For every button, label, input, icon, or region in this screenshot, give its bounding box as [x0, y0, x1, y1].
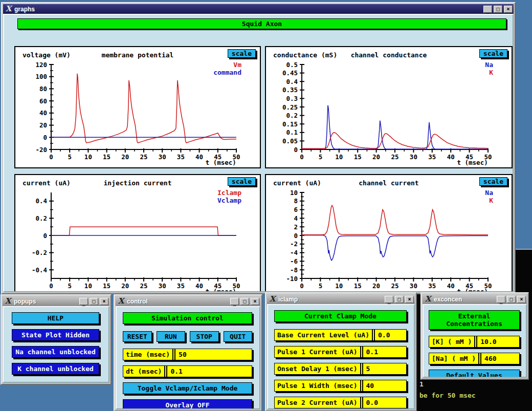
- svg-text:4: 4: [294, 214, 298, 222]
- terminal-line: be for 50 msec: [419, 392, 476, 399]
- svg-text:25: 25: [140, 153, 147, 161]
- legend-entry: Vm: [213, 61, 241, 69]
- run-button[interactable]: RUN: [157, 331, 186, 342]
- svg-text:0.15: 0.15: [282, 120, 298, 128]
- svg-text:40: 40: [447, 282, 455, 290]
- svg-text:0: 0: [294, 232, 298, 240]
- dt-field-value[interactable]: 0.1: [166, 366, 252, 377]
- minimize-icon[interactable]: _: [385, 296, 393, 303]
- svg-text:30: 30: [159, 282, 166, 290]
- k-channel-block-button[interactable]: K channel unblocked: [12, 363, 99, 375]
- na-concentration-row: [Na] ( mM ) 460: [429, 353, 520, 364]
- simulation-title-banner: Squid Axon: [17, 18, 506, 29]
- svg-text:5: 5: [319, 153, 323, 161]
- na-channel-block-button[interactable]: Na channel unblocked: [12, 346, 99, 358]
- pulse2-current-label: Pulse 2 Current (uA): [275, 397, 361, 408]
- scale-button[interactable]: scale: [228, 177, 256, 186]
- help-button[interactable]: HELP: [12, 312, 99, 324]
- svg-text:15: 15: [103, 153, 110, 161]
- svg-text:6: 6: [294, 206, 298, 213]
- svg-text:10: 10: [84, 282, 92, 290]
- titlebar-control[interactable]: X control _ □ ×: [116, 296, 260, 306]
- minimize-icon[interactable]: _: [79, 298, 88, 305]
- svg-text:5: 5: [68, 153, 72, 161]
- legend: Vm command: [213, 61, 241, 76]
- graph-panel-channel-current: current (uA) channel current scale Na K …: [265, 174, 513, 292]
- graph-panel-membrane-potential: voltage (mV) membrane potential scale Vm…: [14, 46, 261, 168]
- na-concentration-value[interactable]: 460: [480, 353, 519, 364]
- maximize-icon[interactable]: □: [240, 298, 249, 305]
- close-icon[interactable]: ×: [251, 298, 259, 305]
- close-icon[interactable]: ×: [100, 298, 108, 305]
- svg-text:0.25: 0.25: [282, 103, 298, 111]
- titlebar-graphs[interactable]: X graphs _ □ ×: [3, 4, 514, 14]
- minimize-icon[interactable]: _: [230, 298, 239, 305]
- close-icon[interactable]: ×: [405, 296, 414, 303]
- svg-text:0: 0: [43, 232, 47, 240]
- svg-text:t (msec): t (msec): [206, 159, 236, 166]
- base-current-value[interactable]: 0.0: [374, 330, 406, 340]
- legend: Na K: [485, 61, 493, 76]
- scale-button[interactable]: scale: [228, 49, 256, 58]
- svg-text:10: 10: [335, 282, 343, 290]
- svg-text:120: 120: [35, 61, 47, 69]
- svg-text:0: 0: [294, 146, 298, 154]
- close-icon[interactable]: ×: [517, 296, 526, 303]
- svg-text:0: 0: [300, 282, 304, 290]
- reset-button[interactable]: RESET: [123, 331, 152, 342]
- overlay-button[interactable]: Overlay OFF: [123, 399, 252, 409]
- control-header: Simulation control: [123, 312, 252, 324]
- svg-text:100: 100: [35, 73, 47, 80]
- svg-text:20: 20: [372, 282, 380, 290]
- onset-delay1-row: Onset Delay 1 (msec) 5: [274, 363, 407, 375]
- maximize-icon[interactable]: □: [507, 296, 516, 303]
- pulse1-current-label: Pulse 1 Current (uA): [275, 347, 361, 357]
- svg-text:15: 15: [103, 282, 110, 290]
- titlebar-iclamp[interactable]: X iclamp _ □ ×: [267, 294, 415, 304]
- titlebar-exconcen[interactable]: X exconcen _ □ ×: [423, 294, 527, 304]
- state-plot-button[interactable]: State Plot Hidden: [12, 329, 99, 341]
- chart-plot: -10-8-6-4-2024681005101520253035404550t …: [266, 189, 512, 292]
- graph-panel-injection-current: current (uA) injection current scale Icl…: [14, 174, 261, 292]
- chart-title: channel conductance: [351, 51, 427, 59]
- window-graphs: X graphs _ □ × Squid Axon voltage (mV) m…: [1, 2, 516, 294]
- scale-button[interactable]: scale: [479, 49, 507, 58]
- pulse1-current-row: Pulse 1 Current (uA) 0.1: [274, 346, 407, 358]
- x11-logo-icon: X: [268, 295, 277, 303]
- pulse1-width-value[interactable]: 40: [362, 380, 406, 391]
- svg-text:0.3: 0.3: [286, 95, 298, 102]
- maximize-icon[interactable]: □: [90, 298, 98, 305]
- titlebar-popups[interactable]: X popups _ □ ×: [3, 296, 109, 306]
- svg-text:40: 40: [195, 282, 203, 290]
- quit-button[interactable]: QUIT: [224, 331, 253, 342]
- time-field-value[interactable]: 50: [174, 349, 252, 360]
- pulse1-current-value[interactable]: 0.1: [362, 347, 406, 357]
- k-concentration-value[interactable]: 10.0: [476, 336, 519, 347]
- close-icon[interactable]: ×: [504, 6, 513, 13]
- legend-entry: K: [485, 197, 493, 204]
- svg-text:40: 40: [447, 153, 455, 161]
- maximize-icon[interactable]: □: [494, 6, 502, 13]
- legend-entry: Na: [485, 61, 493, 69]
- minimize-icon[interactable]: _: [483, 6, 492, 13]
- dt-field-row: dt (msec) 0.1: [123, 365, 252, 377]
- svg-text:20: 20: [372, 153, 380, 161]
- default-values-button[interactable]: Default Values: [429, 370, 520, 378]
- svg-text:20: 20: [39, 121, 47, 129]
- window-iclamp: X iclamp _ □ × Current Clamp Mode Base C…: [265, 292, 417, 411]
- legend-entry: K: [485, 69, 493, 76]
- onset-delay1-value[interactable]: 5: [362, 363, 406, 374]
- toggle-clamp-mode-button[interactable]: Toggle Vclamp/Iclamp Mode: [123, 382, 252, 394]
- svg-text:0.4: 0.4: [286, 78, 298, 85]
- minimize-icon[interactable]: _: [497, 296, 505, 303]
- svg-text:20: 20: [121, 153, 129, 161]
- chart-title: membrane potential: [102, 51, 174, 59]
- stop-button[interactable]: STOP: [190, 331, 219, 342]
- exconcen-header: External Concentrations: [429, 310, 520, 330]
- maximize-icon[interactable]: □: [395, 296, 404, 303]
- legend-entry: Na: [485, 189, 493, 197]
- pulse2-current-value[interactable]: 0.0: [362, 397, 406, 408]
- x11-logo-icon: X: [117, 297, 125, 305]
- scale-button[interactable]: scale: [479, 177, 507, 186]
- svg-text:-8: -8: [290, 266, 298, 274]
